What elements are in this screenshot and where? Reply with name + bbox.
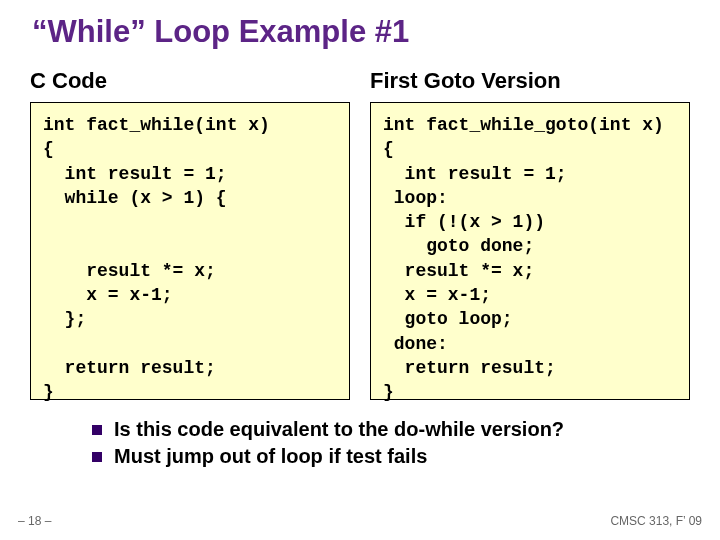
c-code-box: int fact_while(int x) { int result = 1; … <box>30 102 350 400</box>
right-column: First Goto Version int fact_while_goto(i… <box>370 68 690 400</box>
bullet-text: Must jump out of loop if test fails <box>114 445 427 468</box>
bullet-list: Is this code equivalent to the do-while … <box>92 418 720 468</box>
square-bullet-icon <box>92 425 102 435</box>
bullet-item: Must jump out of loop if test fails <box>92 445 720 468</box>
goto-code-box: int fact_while_goto(int x) { int result … <box>370 102 690 400</box>
slide-number: – 18 – <box>18 514 51 528</box>
square-bullet-icon <box>92 452 102 462</box>
left-heading: C Code <box>30 68 350 94</box>
slide-title: “While” Loop Example #1 <box>0 0 720 50</box>
bullet-item: Is this code equivalent to the do-while … <box>92 418 720 441</box>
course-label: CMSC 313, F’ 09 <box>610 514 702 528</box>
left-column: C Code int fact_while(int x) { int resul… <box>30 68 350 400</box>
bullet-text: Is this code equivalent to the do-while … <box>114 418 564 441</box>
content-row: C Code int fact_while(int x) { int resul… <box>0 50 720 400</box>
right-heading: First Goto Version <box>370 68 690 94</box>
